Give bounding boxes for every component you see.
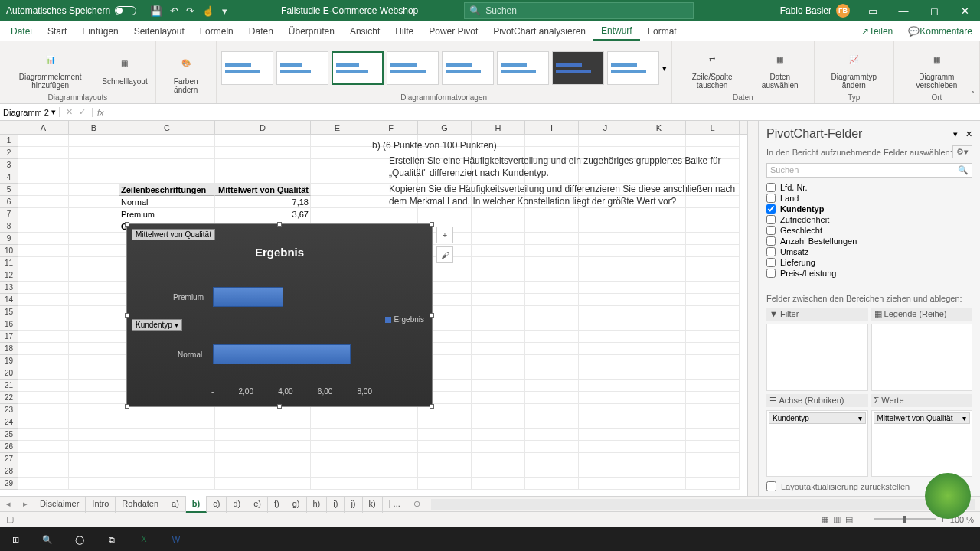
enter-icon[interactable]: ✓ [79, 107, 86, 117]
cell[interactable] [525, 331, 579, 343]
add-sheet-icon[interactable]: ⊕ [407, 499, 426, 509]
row-header[interactable]: 20 [0, 367, 18, 380]
cell[interactable] [119, 429, 215, 441]
sheet-tab[interactable]: e) [247, 496, 268, 513]
cell[interactable] [472, 269, 525, 282]
cell[interactable] [579, 465, 632, 478]
cell[interactable] [119, 147, 215, 159]
cell[interactable] [632, 282, 686, 294]
cell[interactable] [632, 416, 686, 429]
search-taskbar-icon[interactable]: 🔍 [32, 527, 63, 551]
cell[interactable] [525, 245, 579, 257]
ribbon-display-icon[interactable]: ▭ [858, 0, 888, 21]
cell[interactable] [579, 367, 632, 380]
cell[interactable] [579, 380, 632, 392]
chart-brush-button[interactable]: 🖌 [436, 246, 453, 263]
cell[interactable] [18, 441, 69, 453]
row-header[interactable]: 4 [0, 171, 18, 184]
sheet-tab[interactable]: g) [286, 496, 307, 513]
record-macro-icon[interactable]: ▢ [0, 514, 20, 524]
change-chart-type-button[interactable]: 📈Diagrammtyp ändern [819, 45, 889, 91]
move-chart-button[interactable]: ▦Diagramm verschieben [899, 45, 975, 91]
field-item[interactable]: Preis-/Leistung [766, 268, 972, 279]
cell[interactable] [472, 220, 525, 233]
cell[interactable] [686, 233, 740, 245]
cell[interactable] [18, 392, 69, 404]
cell[interactable] [311, 429, 364, 441]
cell[interactable] [632, 306, 686, 318]
column-header[interactable]: C [119, 121, 215, 134]
chevron-down-icon[interactable]: ▾ [51, 107, 56, 117]
filter-zone[interactable] [766, 324, 868, 391]
cell[interactable]: 7,18 [215, 196, 311, 208]
row-header[interactable]: 22 [0, 392, 18, 404]
cell[interactable] [418, 465, 472, 478]
cell[interactable]: Normal [119, 196, 215, 208]
cell[interactable] [215, 147, 311, 159]
axis-zone[interactable]: Kundentyp▾ [766, 410, 868, 478]
excel-taskbar-icon[interactable]: X [129, 527, 159, 551]
cell[interactable] [364, 441, 418, 453]
field-checkbox[interactable] [766, 194, 776, 203]
cell[interactable] [311, 441, 364, 453]
cell[interactable] [525, 269, 579, 282]
cell[interactable] [525, 343, 579, 355]
cell[interactable] [525, 257, 579, 269]
sheet-tab[interactable]: j) [345, 496, 362, 513]
page-break-icon[interactable]: ▤ [845, 514, 853, 524]
cell[interactable] [632, 478, 686, 490]
field-checkbox[interactable] [766, 226, 776, 235]
column-header[interactable]: B [69, 121, 119, 134]
row-header[interactable]: 14 [0, 294, 18, 306]
tab-entwurf[interactable]: Entwurf [593, 21, 640, 41]
cell[interactable] [69, 355, 119, 367]
cell[interactable] [119, 465, 215, 478]
cell[interactable] [119, 441, 215, 453]
cell[interactable] [69, 453, 119, 465]
column-headers[interactable]: ABCDEFGHIJKL [0, 121, 747, 135]
cell[interactable] [311, 147, 364, 159]
legend-zone[interactable] [871, 324, 973, 391]
column-header[interactable]: E [311, 121, 364, 134]
cell[interactable] [18, 220, 69, 233]
add-chart-element-button[interactable]: 📊Diagrammelement hinzufügen [5, 45, 96, 91]
field-item[interactable]: Kundentyp [766, 204, 972, 214]
value-field-pill[interactable]: Mittelwert von Qualität [132, 229, 215, 240]
cancel-icon[interactable]: ✕ [66, 107, 73, 117]
cell[interactable] [525, 282, 579, 294]
cell[interactable] [472, 355, 525, 367]
chart-bar[interactable] [213, 287, 283, 307]
column-header[interactable]: J [579, 121, 632, 134]
cell[interactable] [686, 245, 740, 257]
cell[interactable] [18, 257, 69, 269]
cell[interactable] [579, 318, 632, 331]
cell[interactable] [686, 465, 740, 478]
row-header[interactable]: 6 [0, 196, 18, 208]
cell[interactable] [632, 245, 686, 257]
sheet-tab[interactable]: a) [165, 496, 186, 513]
cell[interactable] [18, 429, 69, 441]
axis-field-pill[interactable]: Kundentyp ▾ [132, 319, 182, 331]
defer-checkbox[interactable] [766, 481, 776, 491]
cell[interactable]: Mittelwert von Qualität [215, 184, 311, 196]
row-header[interactable]: 7 [0, 208, 18, 220]
cell[interactable] [472, 478, 525, 490]
cell[interactable] [632, 392, 686, 404]
cell[interactable] [686, 269, 740, 282]
cell[interactable] [69, 159, 119, 171]
cell[interactable] [119, 171, 215, 184]
cell[interactable] [18, 282, 69, 294]
column-header[interactable]: L [686, 121, 740, 134]
cell[interactable] [632, 269, 686, 282]
cell[interactable] [69, 343, 119, 355]
cell[interactable] [525, 453, 579, 465]
cell[interactable] [311, 196, 364, 208]
cell[interactable] [525, 478, 579, 490]
cell[interactable] [215, 135, 311, 147]
cell[interactable] [525, 392, 579, 404]
cell[interactable] [18, 318, 69, 331]
cell[interactable] [472, 233, 525, 245]
pane-menu-icon[interactable]: ▾ [953, 129, 958, 139]
cell[interactable] [69, 331, 119, 343]
cell[interactable] [472, 257, 525, 269]
